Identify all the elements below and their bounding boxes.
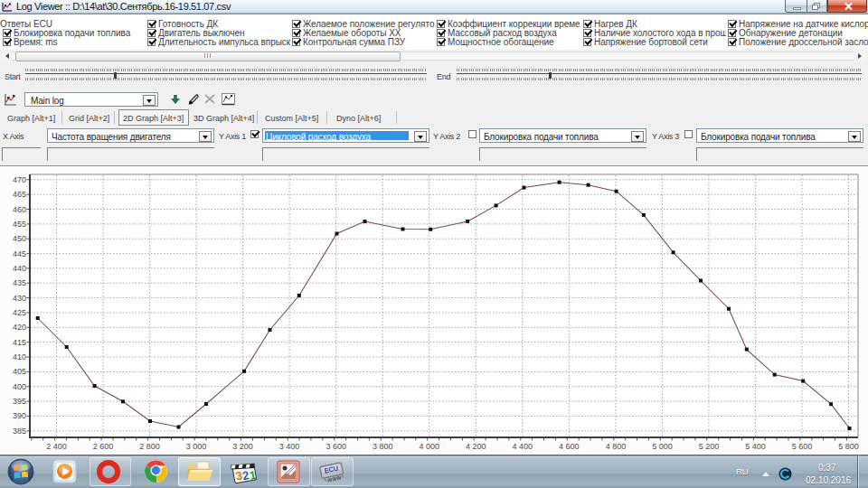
svg-text:465: 465 xyxy=(13,190,26,199)
svg-text:5 400: 5 400 xyxy=(745,442,766,451)
svg-text:3 600: 3 600 xyxy=(326,442,346,451)
svg-text:3 200: 3 200 xyxy=(232,442,253,451)
svg-text:435: 435 xyxy=(13,278,26,287)
svg-text:4 400: 4 400 xyxy=(513,442,533,451)
svg-text:4 200: 4 200 xyxy=(466,442,486,451)
svg-text:400: 400 xyxy=(13,382,26,391)
svg-text:405: 405 xyxy=(13,367,26,376)
svg-text:440: 440 xyxy=(13,264,26,273)
svg-text:3 000: 3 000 xyxy=(186,442,207,451)
svg-text:415: 415 xyxy=(13,338,26,347)
svg-text:3 800: 3 800 xyxy=(373,442,393,451)
svg-text:385: 385 xyxy=(13,427,26,436)
svg-text:470: 470 xyxy=(13,175,26,184)
svg-text:420: 420 xyxy=(13,323,26,332)
svg-text:1: 1 xyxy=(249,468,258,483)
svg-text:395: 395 xyxy=(13,397,26,406)
svg-text:4 800: 4 800 xyxy=(606,442,627,451)
svg-text:4 600: 4 600 xyxy=(559,442,580,451)
svg-text:3 400: 3 400 xyxy=(279,442,300,451)
svg-text:425: 425 xyxy=(13,308,26,317)
svg-text:2 400: 2 400 xyxy=(46,442,67,451)
svg-text:5 000: 5 000 xyxy=(652,442,673,451)
svg-text:450: 450 xyxy=(13,234,26,243)
svg-text:5 200: 5 200 xyxy=(699,442,720,451)
svg-text:410: 410 xyxy=(13,352,26,361)
svg-text:445: 445 xyxy=(13,249,26,258)
svg-text:2 800: 2 800 xyxy=(139,442,160,451)
svg-text:2 600: 2 600 xyxy=(93,442,114,451)
svg-text:5 600: 5 600 xyxy=(792,442,813,451)
svg-text:455: 455 xyxy=(13,220,26,229)
svg-text:430: 430 xyxy=(13,294,26,303)
svg-text:4 000: 4 000 xyxy=(419,442,439,451)
svg-text:460: 460 xyxy=(13,205,26,214)
svg-text:390: 390 xyxy=(13,411,26,420)
svg-text:5 800: 5 800 xyxy=(838,442,859,451)
